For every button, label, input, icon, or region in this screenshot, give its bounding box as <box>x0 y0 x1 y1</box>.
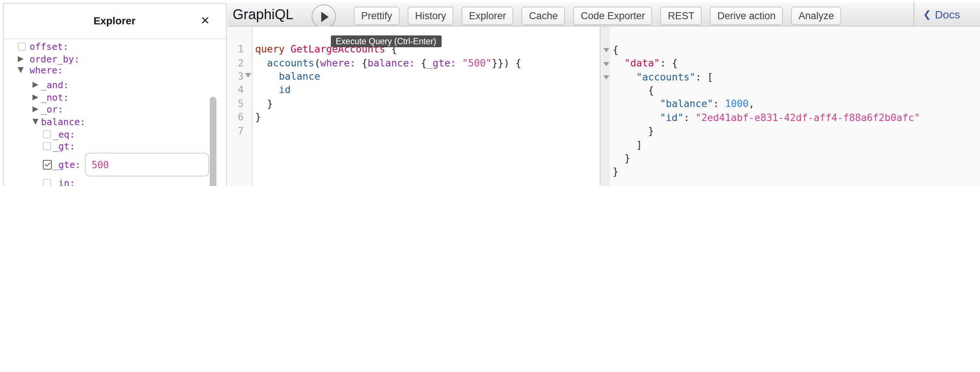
code-line: } <box>612 166 920 180</box>
code-line: accounts(where: {balance: {_gte: "500"}}… <box>255 56 522 70</box>
arrow-collapsed-icon[interactable] <box>18 56 24 62</box>
tree-label: _not: <box>41 92 69 103</box>
explorer-panel: Explorer ✕ offset:order_by:where:_and:_n… <box>3 3 226 186</box>
code-line: } <box>612 152 920 166</box>
execute-tooltip: Execute Query (Ctrl-Enter) <box>331 35 441 47</box>
tree-row-offset[interactable]: offset: <box>3 40 226 53</box>
tree-row-_not[interactable]: _not: <box>3 91 226 103</box>
toolbar-button-history[interactable]: History <box>408 6 453 25</box>
tree-row-_eq[interactable]: _eq: <box>3 128 226 141</box>
fold-arrow-icon[interactable] <box>603 62 609 66</box>
tree-label: _in: <box>53 178 75 186</box>
query-editor[interactable]: query GetLargeAccounts { accounts(where:… <box>255 43 522 138</box>
line-number: 2 <box>228 56 244 70</box>
line-number: 1 <box>228 43 244 56</box>
explorer-header: Explorer ✕ <box>3 3 226 39</box>
query-line-numbers: 1234567 <box>228 43 244 138</box>
arrow-collapsed-icon[interactable] <box>32 94 38 100</box>
checkbox-icon[interactable] <box>43 130 51 138</box>
toolbar-button-code-exporter[interactable]: Code Exporter <box>573 6 652 25</box>
code-line: "balance": 1000, <box>612 98 920 111</box>
toolbar-button-rest[interactable]: REST <box>660 6 702 25</box>
tree-row-order_by[interactable]: order_by: <box>3 52 226 65</box>
play-icon <box>321 11 329 22</box>
code-line: { <box>612 43 920 57</box>
tree-label: _and: <box>41 79 69 91</box>
code-line: id <box>255 84 522 97</box>
fold-arrow-icon[interactable] <box>603 48 609 53</box>
toolbar-button-prettify[interactable]: Prettify <box>354 6 399 25</box>
arrow-collapsed-icon[interactable] <box>32 106 38 112</box>
checkbox-checked-icon[interactable] <box>43 160 52 169</box>
tree-label: _gt: <box>53 141 75 152</box>
fold-arrow-icon[interactable] <box>603 75 609 80</box>
arrow-expanded-icon[interactable] <box>18 67 24 73</box>
checkbox-icon[interactable] <box>18 43 26 51</box>
close-icon[interactable]: ✕ <box>200 14 226 27</box>
tree-row-_and[interactable]: _and: <box>3 79 226 91</box>
line-number: 7 <box>228 124 244 138</box>
tree-label: _gte: <box>53 159 81 170</box>
result-pane: { "data": { "accounts": [ { "balance": 1… <box>599 26 980 186</box>
tree-label: order_by: <box>30 53 80 64</box>
tree-label: _or: <box>41 104 63 115</box>
tree-vertical-scrollbar[interactable] <box>210 97 216 186</box>
checkbox-icon[interactable] <box>43 142 51 150</box>
topbar: GraphiQL PrettifyHistoryExplorerCacheCod… <box>228 2 980 26</box>
code-line: { <box>612 84 920 98</box>
tree-label: balance: <box>41 116 85 127</box>
tree-label: where: <box>30 65 63 76</box>
line-number: 4 <box>228 84 244 97</box>
code-line: } <box>255 111 522 124</box>
toolbar-button-cache[interactable]: Cache <box>522 6 565 25</box>
docs-label: Docs <box>935 8 960 20</box>
app-title: GraphiQL <box>232 6 294 22</box>
code-line: "id": "2ed41abf-e831-42df-aff4-f88a6f2b0… <box>612 111 920 125</box>
explorer-title: Explorer <box>3 15 200 27</box>
code-line <box>255 124 522 138</box>
tree-row-_gt[interactable]: _gt: <box>3 140 226 153</box>
toolbar-button-analyze[interactable]: Analyze <box>791 6 841 25</box>
line-number: 3 <box>228 70 244 84</box>
arrow-collapsed-icon[interactable] <box>32 82 38 88</box>
tree-row-_or[interactable]: _or: <box>3 103 226 116</box>
tree-row-_in[interactable]: _in: <box>3 177 226 186</box>
tree-row-where[interactable]: where: <box>3 64 226 76</box>
code-line: "accounts": [ <box>612 70 920 84</box>
result-fold-gutter <box>600 26 610 186</box>
graphiql-app: Explorer ✕ offset:order_by:where:_and:_n… <box>0 0 980 186</box>
tree-label: offset: <box>30 41 68 52</box>
execute-button[interactable] <box>312 4 336 29</box>
line-number: 5 <box>228 97 244 111</box>
docs-separator <box>913 2 914 26</box>
arrow-expanded-icon[interactable] <box>32 119 38 125</box>
chevron-left-icon: ❮ <box>923 8 931 19</box>
gte-value-input[interactable]: 500 <box>85 153 209 176</box>
fold-arrow-icon[interactable] <box>245 73 251 78</box>
code-line: "data": { <box>612 57 920 70</box>
toolbar: PrettifyHistoryExplorerCacheCode Exporte… <box>354 6 841 25</box>
editor-column: 1234567 query GetLargeAccounts { account… <box>228 26 599 186</box>
result-viewer: { "data": { "accounts": [ { "balance": 1… <box>612 43 920 180</box>
tree-label: _eq: <box>53 129 75 140</box>
docs-link[interactable]: ❮ Docs <box>923 8 960 20</box>
code-line: ] <box>612 138 920 152</box>
tree-row-balance[interactable]: balance: <box>3 116 226 128</box>
toolbar-button-explorer[interactable]: Explorer <box>461 6 514 25</box>
explorer-tree: offset:order_by:where:_and:_not:_or:bala… <box>3 39 226 186</box>
toolbar-button-derive-action[interactable]: Derive action <box>710 6 783 25</box>
code-line: } <box>612 125 920 138</box>
checkbox-icon[interactable] <box>43 179 51 186</box>
code-line: balance <box>255 70 522 84</box>
line-number: 6 <box>228 111 244 124</box>
code-line: } <box>255 97 522 111</box>
